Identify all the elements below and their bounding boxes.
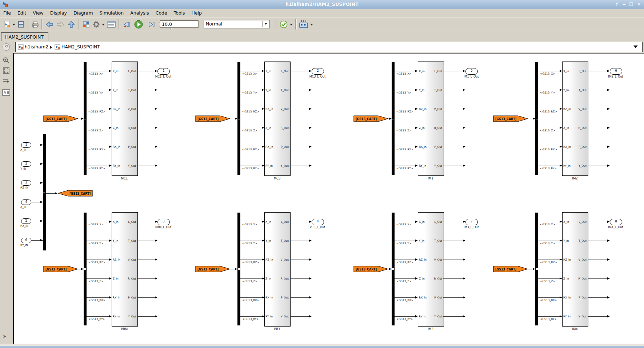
signal-wire[interactable] xyxy=(538,278,560,279)
bus-selector-bar[interactable] xyxy=(237,62,240,175)
signal-wire[interactable] xyxy=(87,90,109,90)
signal-wire[interactable] xyxy=(588,90,607,90)
settings-dropdown[interactable] xyxy=(101,20,105,29)
signal-wire[interactable] xyxy=(538,147,560,147)
signal-lines-icon[interactable] xyxy=(2,77,10,85)
signal-wire[interactable] xyxy=(443,109,463,109)
menu-edit[interactable]: Edit xyxy=(14,9,29,17)
inport-oval[interactable]: 2 xyxy=(21,161,31,167)
signal-wire[interactable] xyxy=(443,297,463,298)
signal-wire[interactable] xyxy=(290,71,309,71)
save-button[interactable] xyxy=(17,20,25,29)
signal-wire[interactable] xyxy=(240,109,262,109)
outport-oval[interactable]: 6 xyxy=(610,68,622,75)
minimize-window-button[interactable]: − xyxy=(621,1,627,7)
select-arrow-button[interactable] xyxy=(262,21,269,27)
signal-wire[interactable] xyxy=(290,222,309,222)
expand-palette-button[interactable]: » xyxy=(3,333,6,340)
subsystem-block-im2[interactable] xyxy=(562,62,588,176)
menu-view[interactable]: View xyxy=(29,9,47,17)
signal-wire[interactable] xyxy=(137,147,155,147)
menu-tools[interactable]: Tools xyxy=(171,9,188,17)
signal-wire[interactable] xyxy=(290,90,309,90)
signal-wire[interactable] xyxy=(538,222,560,222)
from-tag-gs13-cart[interactable]: [GS13_CART] xyxy=(195,115,231,122)
signal-wire[interactable] xyxy=(538,71,560,71)
signal-wire[interactable] xyxy=(395,260,415,260)
signal-wire[interactable] xyxy=(588,109,607,109)
menu-display[interactable]: Display xyxy=(47,9,70,17)
outport-oval[interactable]: 7 xyxy=(465,219,478,225)
signal-wire[interactable] xyxy=(230,119,235,119)
zoom-icon[interactable] xyxy=(2,56,10,64)
signal-wire[interactable] xyxy=(538,297,560,298)
signal-wire[interactable] xyxy=(87,241,109,241)
from-tag-gs13-cart[interactable]: [GS13_CART] xyxy=(353,266,389,272)
signal-wire[interactable] xyxy=(137,222,155,222)
signal-wire[interactable] xyxy=(290,128,309,128)
close-window-button[interactable]: ✕ xyxy=(636,1,642,7)
from-tag-gs13-cart[interactable]: [GS13_CART] xyxy=(353,115,389,122)
signal-wire[interactable] xyxy=(588,316,607,317)
bus-selector-bar[interactable] xyxy=(392,213,395,325)
signal-wire[interactable] xyxy=(443,71,463,71)
signal-wire[interactable] xyxy=(87,316,109,317)
signal-wire[interactable] xyxy=(87,222,109,222)
step-back-button[interactable] xyxy=(121,20,132,29)
signal-wire[interactable] xyxy=(395,128,415,128)
signal-wire[interactable] xyxy=(443,316,463,317)
signal-wire[interactable] xyxy=(240,90,262,90)
breadcrumb-back-button[interactable]: ⟲ xyxy=(3,43,10,51)
signal-wire[interactable] xyxy=(230,269,235,269)
signal-wire[interactable] xyxy=(240,260,262,260)
menu-analysis[interactable]: Analysis xyxy=(127,9,152,17)
signal-wire[interactable] xyxy=(290,109,309,109)
model-advisor-dropdown[interactable] xyxy=(289,20,293,29)
inport-oval[interactable]: 4 xyxy=(21,199,31,205)
signal-wire[interactable] xyxy=(395,90,415,90)
signal-wire[interactable] xyxy=(290,278,309,279)
signal-wire[interactable] xyxy=(588,71,607,71)
menu-diagram[interactable]: Diagram xyxy=(70,9,96,17)
signal-wire[interactable] xyxy=(290,241,309,241)
goto-tag-gs13-cart[interactable]: [GS13_CART] xyxy=(57,190,93,197)
signal-wire[interactable] xyxy=(443,241,463,241)
signal-wire[interactable] xyxy=(443,90,463,90)
signal-wire[interactable] xyxy=(137,278,155,279)
shade-window-button[interactable]: ↑ xyxy=(613,1,620,7)
from-tag-gs13-cart[interactable]: [GS13_CART] xyxy=(43,266,79,272)
model-explorer-button[interactable] xyxy=(106,20,116,29)
signal-wire[interactable] xyxy=(588,260,607,260)
signal-wire[interactable] xyxy=(588,147,607,147)
inport-oval[interactable]: 6 xyxy=(21,238,31,243)
signal-wire[interactable] xyxy=(290,297,309,298)
signal-wire[interactable] xyxy=(528,269,533,269)
model-settings-button[interactable] xyxy=(92,20,101,29)
signal-wire[interactable] xyxy=(240,222,262,222)
simulation-time-input[interactable] xyxy=(160,20,199,28)
signal-wire[interactable] xyxy=(137,166,155,166)
from-tag-gs13-cart[interactable]: [GS13_CART] xyxy=(493,266,528,272)
signal-wire[interactable] xyxy=(538,90,560,90)
menu-simulation[interactable]: Simulation xyxy=(96,9,127,17)
signal-wire[interactable] xyxy=(290,260,309,260)
signal-wire[interactable] xyxy=(78,269,81,269)
from-tag-gs13-cart[interactable]: [GS13_CART] xyxy=(43,115,79,122)
signal-wire[interactable] xyxy=(538,128,560,128)
signal-wire[interactable] xyxy=(443,260,463,260)
annotation-icon[interactable]: A xyxy=(2,88,10,96)
subsystem-block-mc1[interactable] xyxy=(112,62,138,176)
signal-wire[interactable] xyxy=(588,241,607,241)
step-forward-button[interactable] xyxy=(145,20,156,29)
signal-wire[interactable] xyxy=(395,297,415,298)
from-tag-gs13-cart[interactable]: [GS13_CART] xyxy=(195,266,231,272)
signal-wire[interactable] xyxy=(443,278,463,279)
navigate-up-button[interactable] xyxy=(66,20,76,29)
signal-wire[interactable] xyxy=(443,128,463,128)
navigate-forward-button[interactable] xyxy=(55,20,65,29)
signal-wire[interactable] xyxy=(240,241,262,241)
breadcrumb-item-root[interactable]: h1isiham2 xyxy=(25,44,48,50)
outport-oval[interactable]: 2 xyxy=(312,68,324,75)
signal-wire[interactable] xyxy=(87,278,109,279)
subsystem-block-mc3[interactable] xyxy=(264,62,291,176)
